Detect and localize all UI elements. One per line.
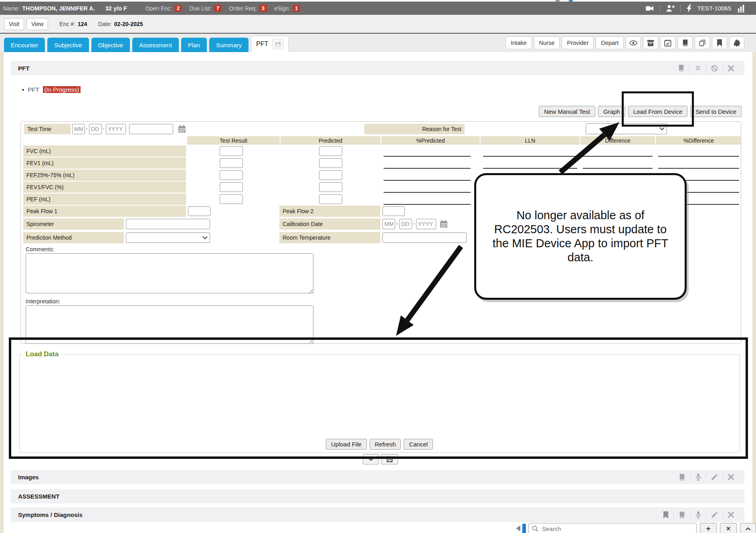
calibration-month-input[interactable] — [382, 219, 395, 229]
clear-button[interactable]: × — [720, 523, 737, 533]
archive-box-icon[interactable] — [643, 36, 658, 49]
fev1-fvc-test-result-input[interactable] — [220, 182, 243, 192]
book-icon[interactable] — [677, 36, 693, 49]
lightning-icon[interactable] — [686, 4, 692, 12]
calendar-icon[interactable] — [440, 220, 448, 228]
test-time-year-input[interactable] — [106, 124, 126, 134]
test-time-day-input[interactable] — [89, 124, 102, 134]
tab-encounter[interactable]: Encounter — [4, 38, 45, 52]
fev1-test-result-input[interactable] — [220, 158, 243, 168]
tab-objective[interactable]: Objective — [91, 38, 130, 52]
pft-chart-page: Name: THOMPSON, JENNIFER A. 32 y/o F Ope… — [0, 0, 756, 533]
calibration-day-input[interactable] — [399, 219, 412, 229]
close-icon[interactable] — [723, 512, 739, 518]
fef-predicted-input[interactable] — [319, 170, 342, 180]
order-req-count[interactable]: 3 — [259, 5, 267, 12]
tab-plan[interactable]: Plan — [181, 38, 207, 52]
print-chart-icon[interactable] — [674, 511, 690, 519]
interpretation-textarea[interactable] — [26, 305, 313, 344]
prediction-method-label: Prediction Method — [23, 232, 124, 243]
calendar-check-icon[interactable] — [660, 36, 675, 49]
pef-pct-predicted-line — [384, 204, 471, 205]
divider-handle[interactable] — [522, 524, 526, 533]
close-icon[interactable] — [723, 65, 739, 71]
collapse-double-chevron-icon[interactable] — [690, 65, 706, 71]
tab-assessment[interactable]: Assessment — [132, 38, 179, 52]
open-enc-count[interactable]: 2 — [174, 5, 182, 12]
spirometer-input[interactable] — [126, 219, 210, 229]
pef-predicted-input[interactable] — [319, 194, 342, 204]
fvc-pct-predicted-line — [384, 156, 471, 157]
peak-flow-2-input[interactable] — [382, 206, 405, 216]
bookmark-icon[interactable] — [658, 511, 673, 519]
collapse-up-button[interactable] — [740, 523, 756, 533]
cancel-button[interactable]: Cancel — [404, 439, 433, 450]
fev1-predicted-input[interactable] — [319, 158, 342, 168]
collapse-section-button[interactable] — [363, 454, 379, 464]
peak-flow-1-input[interactable] — [188, 206, 210, 216]
view-button[interactable]: View — [26, 18, 48, 30]
load-data-panel — [19, 354, 740, 453]
chevron-down-icon — [659, 127, 665, 131]
pef-test-result-input[interactable] — [220, 194, 243, 204]
visit-button[interactable]: Visit — [4, 18, 24, 30]
intake-button[interactable]: Intake — [505, 36, 532, 49]
microphone-icon[interactable] — [691, 473, 706, 481]
test-time-month-input[interactable] — [72, 124, 85, 134]
edit-pencil-icon[interactable] — [706, 511, 723, 518]
fev1-fvc-predicted-input[interactable] — [319, 182, 342, 192]
send-to-device-button[interactable]: Send to Device — [690, 106, 742, 117]
add-diagnosis-button[interactable]: + — [700, 523, 717, 533]
chevron-left-icon[interactable] — [515, 525, 521, 531]
test-time-time-input[interactable] — [129, 124, 173, 134]
pft-item-link[interactable]: PFT — [28, 86, 39, 93]
prediction-method-select[interactable] — [126, 232, 210, 243]
row-label-fev1: FEV1 (mL) — [23, 157, 186, 169]
esign-count[interactable]: 1 — [293, 5, 301, 12]
tab-subjective[interactable]: Subjective — [47, 38, 89, 52]
fvc-test-result-input[interactable] — [220, 146, 243, 156]
assessment-section-header: ASSESSMENT — [11, 489, 744, 503]
annotation-callout: No longer available as of RC202503. User… — [474, 173, 687, 300]
row-label-fvc: FVC (mL) — [23, 145, 186, 157]
calibration-year-input[interactable] — [416, 219, 436, 229]
comments-textarea[interactable] — [26, 253, 313, 293]
fef-test-result-input[interactable] — [220, 170, 243, 180]
add-person-icon[interactable] — [666, 4, 675, 12]
microphone-icon[interactable] — [691, 511, 706, 519]
open-enc-label: Open Enc: — [146, 5, 172, 12]
new-manual-test-button[interactable]: New Manual Test — [539, 106, 595, 117]
no-entry-icon[interactable] — [706, 65, 723, 72]
close-icon[interactable] — [723, 474, 739, 480]
depart-button[interactable]: Depart — [596, 36, 624, 49]
upload-file-button[interactable]: Upload File — [326, 439, 367, 450]
reason-for-test-select[interactable] — [586, 123, 667, 134]
tab-save-button[interactable] — [272, 39, 283, 49]
refresh-button[interactable]: Refresh — [370, 439, 401, 450]
eye-icon[interactable] — [626, 36, 641, 49]
calendar-icon[interactable] — [178, 125, 186, 133]
video-camera-icon[interactable] — [645, 5, 654, 12]
fvc-predicted-input[interactable] — [319, 146, 342, 156]
bar-chart-icon[interactable] — [737, 4, 746, 12]
provider-button[interactable]: Provider — [562, 36, 594, 49]
room-temperature-input[interactable] — [382, 232, 467, 243]
search-input[interactable] — [541, 525, 696, 533]
save-section-button[interactable] — [381, 454, 398, 464]
graph-button[interactable]: Graph — [598, 106, 625, 117]
nurse-button[interactable]: Nurse — [534, 36, 560, 49]
copy-pages-icon[interactable] — [695, 36, 710, 49]
print-chart-icon[interactable] — [674, 474, 690, 481]
bookmark-icon[interactable] — [712, 36, 727, 49]
tab-pft-active[interactable]: PFT — [251, 36, 289, 52]
col-header-predicted: Predicted — [281, 136, 380, 145]
chevron-down-icon — [368, 458, 374, 461]
load-data-buttons: Upload File Refresh Cancel — [326, 439, 433, 450]
diagnosis-search-box[interactable] — [528, 523, 697, 533]
tab-summary[interactable]: Summary — [209, 38, 249, 52]
print-chart-icon[interactable] — [673, 65, 689, 72]
edit-pencil-icon[interactable] — [706, 474, 723, 481]
due-list-count[interactable]: 7 — [214, 5, 222, 12]
settings-gears-icon[interactable] — [729, 36, 744, 49]
load-from-device-button[interactable]: Load From Device — [628, 106, 688, 117]
